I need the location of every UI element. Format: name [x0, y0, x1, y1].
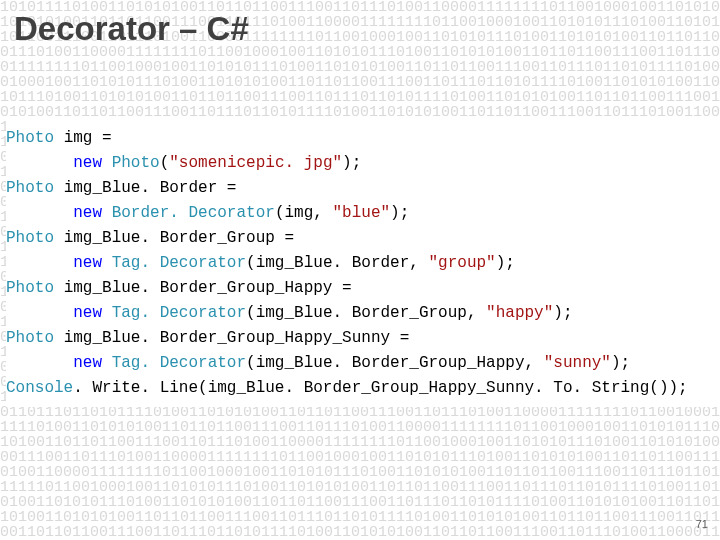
- code-block: Photo img = new Photo("somenicepic. jpg"…: [6, 120, 720, 407]
- page-number: 71: [696, 518, 708, 530]
- slide-title: Decorator – C#: [14, 10, 249, 48]
